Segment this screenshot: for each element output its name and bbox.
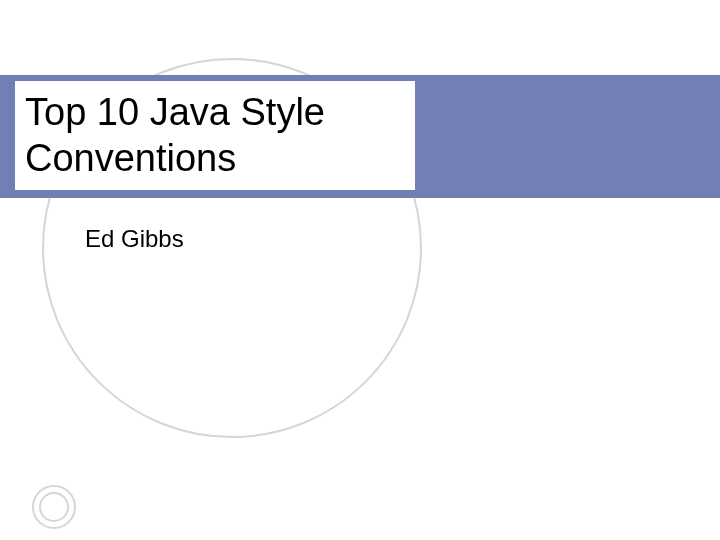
author-name: Ed Gibbs (85, 225, 184, 253)
title-line-1: Top 10 Java Style (25, 90, 405, 136)
title-box: Top 10 Java Style Conventions (15, 80, 415, 193)
title-line-2: Conventions (25, 136, 405, 182)
decorative-circle-tiny (39, 492, 69, 522)
